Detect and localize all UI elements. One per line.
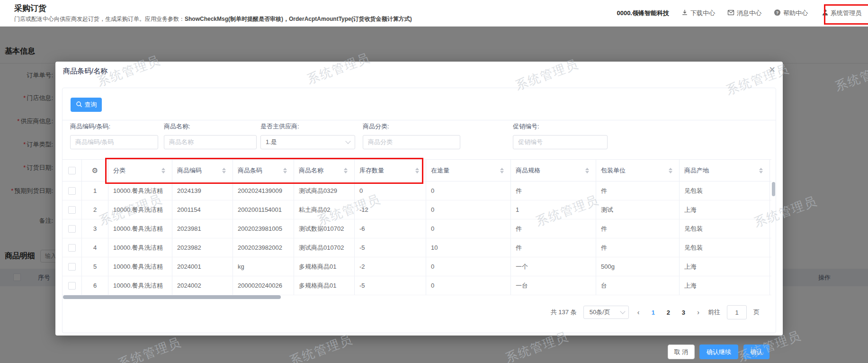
select-all-checkbox[interactable] [68, 167, 76, 174]
filter-field: 促销编号:促销编号 [513, 122, 608, 149]
goto-suffix: 页 [753, 308, 760, 317]
column-header[interactable]: 包装单位 [596, 160, 680, 182]
column-header[interactable]: 商品产地 [680, 160, 770, 182]
product-table-head: ⚙分类商品编码商品条码商品名称库存数量在途量商品规格包装单位商品产地订 [63, 160, 771, 182]
column-header[interactable]: 分类 [108, 160, 172, 182]
table-row[interactable]: 310000.餐具洗洁精20239812002023981005测试数据0107… [63, 219, 771, 238]
page-number-1[interactable]: 1 [648, 309, 658, 316]
table-cell: 测试数据010702 [294, 219, 355, 238]
sort-icon[interactable] [500, 168, 504, 173]
table-row[interactable]: 410000.餐具洗洁精20239822002023982002测试商品0107… [63, 238, 771, 257]
row-checkbox[interactable] [68, 263, 76, 271]
table-cell: -12 [355, 200, 426, 219]
table-cell: 测试商品010702 [294, 238, 355, 257]
table-cell: 10 [426, 238, 511, 257]
column-header[interactable]: 商品条码 [233, 160, 294, 182]
table-cell: 2002024139009 [233, 182, 294, 200]
filter-input[interactable]: 商品名称 [164, 135, 257, 149]
column-header[interactable]: 库存数量 [355, 160, 426, 182]
column-settings-gear-icon[interactable]: ⚙ [92, 166, 98, 175]
table-cell: 2024001 [172, 257, 233, 276]
cancel-button[interactable]: 取 消 [668, 345, 695, 359]
company-name: 0000.领锋智能科技 [617, 9, 669, 18]
table-row[interactable]: 110000.餐具洗洁精20241392002024139009测试商品0329… [63, 182, 771, 200]
table-cell: 2023981 [172, 219, 233, 238]
table-row[interactable]: 210000.餐具洗洁精20011542002001154001粘土商品02-1… [63, 200, 771, 219]
table-cell: 多规格商品01 [294, 276, 355, 295]
table-cell: 10000.餐具洗洁精 [108, 238, 172, 257]
sort-icon[interactable] [283, 168, 287, 173]
sort-icon[interactable] [585, 168, 589, 173]
table-cell: 见包装 [680, 219, 770, 238]
nav-download-label: 下载中心 [690, 9, 715, 18]
table-cell: 上海 [680, 276, 770, 295]
nav-help-center[interactable]: ? 帮助中心 [774, 9, 808, 18]
column-header[interactable]: 在途量 [426, 160, 511, 182]
next-page-icon[interactable]: › [695, 309, 701, 316]
sort-icon[interactable] [344, 168, 348, 173]
column-header[interactable]: 商品编码 [172, 160, 233, 182]
filter-input[interactable]: 促销编号 [513, 135, 608, 149]
query-button[interactable]: 查询 [71, 98, 102, 112]
select-value: 1.是 [266, 138, 277, 146]
table-cell: 见包装 [680, 238, 770, 257]
filter-label: 商品编码/条码: [70, 122, 158, 131]
row-checkbox[interactable] [68, 187, 76, 195]
column-header[interactable]: 商品规格 [511, 160, 596, 182]
table-cell: 2002001154001 [233, 200, 294, 219]
main-supplier-select[interactable]: 1.是 [260, 135, 355, 149]
vertical-scrollbar-thumb[interactable] [772, 182, 775, 196]
confirm-continue-button[interactable]: 确认继续 [699, 345, 738, 359]
page-size-value: 50条/页 [590, 308, 610, 317]
table-cell: 10000.餐具洗洁精 [108, 276, 172, 295]
table-cell: 5 [82, 257, 108, 276]
nav-download-center[interactable]: 下载中心 [681, 9, 715, 18]
column-header[interactable]: 商品名称 [294, 160, 355, 182]
table-cell: 0 [426, 276, 511, 295]
table-cell: 1 [82, 182, 108, 200]
page-number-2[interactable]: 2 [663, 309, 673, 316]
search-icon [76, 101, 82, 109]
filter-input[interactable]: 商品分类 [363, 135, 460, 149]
prev-page-icon[interactable]: ‹ [635, 309, 642, 316]
filter-label: 是否主供应商: [260, 122, 355, 131]
table-cell: 2002023981005 [233, 219, 294, 238]
row-checkbox[interactable] [68, 206, 76, 214]
table-cell: 0 [426, 257, 511, 276]
close-icon[interactable]: × [769, 64, 775, 75]
page-size-select[interactable]: 50条/页 [583, 306, 629, 319]
filter-input[interactable]: 商品编码/条码 [70, 135, 158, 149]
column-header[interactable]: 订 [770, 160, 771, 182]
horizontal-scrollbar-thumb[interactable] [63, 295, 281, 299]
row-checkbox[interactable] [68, 282, 76, 290]
confirm-button[interactable]: 确认 [743, 345, 770, 359]
sort-icon[interactable] [222, 168, 226, 173]
row-checkbox[interactable] [68, 225, 76, 233]
sort-icon[interactable] [669, 168, 672, 173]
row-checkbox[interactable] [68, 244, 76, 252]
table-cell: 2024002 [172, 276, 233, 295]
filter-label: 促销编号: [513, 122, 608, 131]
table-cell: 4 [82, 238, 108, 257]
nav-message-center[interactable]: 消息中心 [727, 9, 761, 18]
table-row[interactable]: 510000.餐具洗洁精2024001kg多规格商品01-20一个500g上海 [63, 257, 771, 276]
page-title: 采购订货 [14, 3, 46, 14]
table-cell: 2 [82, 200, 108, 219]
filter-field: 是否主供应商:1.是 [260, 122, 355, 149]
table-cell: 10000.餐具洗洁精 [108, 182, 172, 200]
sort-icon[interactable] [759, 168, 763, 173]
sort-icon[interactable] [415, 168, 419, 173]
goto-label: 前往 [708, 308, 720, 317]
table-cell: 2001154 [172, 200, 233, 219]
page-number-3[interactable]: 3 [678, 309, 689, 316]
nav-current-user[interactable]: 系统管理员 [820, 6, 863, 20]
sort-icon[interactable] [161, 168, 165, 173]
pagination: 共 137 条 50条/页 ‹ 123 › 前往 1 页 [551, 305, 760, 319]
table-cell: 2023982 [172, 238, 233, 257]
user-icon [822, 9, 828, 17]
table-cell: 件 [596, 219, 680, 238]
goto-page-input[interactable]: 1 [727, 305, 747, 319]
table-row[interactable]: 610000.餐具洗洁精20240022000020240026多规格商品01-… [63, 276, 771, 295]
nav-help-label: 帮助中心 [783, 9, 808, 18]
table-cell: 粘土商品02 [294, 200, 355, 219]
